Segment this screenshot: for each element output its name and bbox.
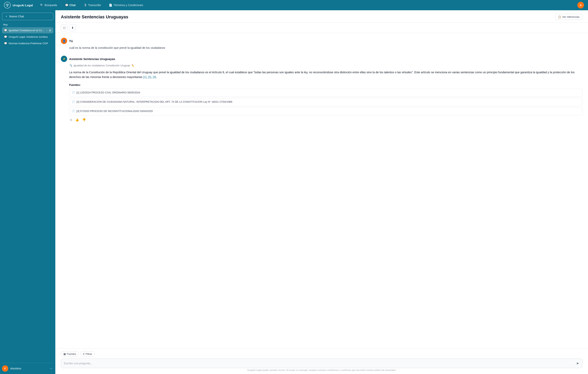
action-bar: ⬡ ⬇ [55,22,588,33]
mic-nav-icon: 🎙️ [84,4,87,7]
input-toolbar: ▦ Fuentes ⧖ Filtrar [61,351,582,357]
nav-chat[interactable]: 💬 Chat [63,3,77,8]
user-message-header: 👤 Tú [61,38,582,44]
doc-nav-icon: 📄 [109,4,112,7]
fuentes-toolbar-label: Fuentes [67,353,76,355]
filtrar-toolbar-button[interactable]: ⧖ Filtrar [80,351,95,357]
page-title: Asistente Sentencias Uruguayas [61,14,128,20]
user-name: Anonimo [10,367,47,370]
thumbs-down-button[interactable]: 👎 [81,117,87,122]
logo[interactable]: UruguAi Legal [4,2,33,9]
nav-transcribir-label: Transcribir [88,4,101,7]
fuentes-label: Fuentes: [69,83,582,87]
plus-icon: ＋ [5,15,8,18]
message-action-bar: ⧉ 👍 👎 [69,117,582,122]
share-button[interactable]: ⬡ [61,24,68,31]
logo-text: UruguAi Legal [13,4,33,7]
chat-icon-2: 💬 [4,35,7,38]
chat-input[interactable] [64,362,574,365]
edit-query-icon[interactable]: ✏️ [131,64,134,68]
source-text-3: [3] 57/2020 PROCESO DE INCONSTITUCIONALI… [76,109,153,113]
thumbs-up-button[interactable]: 👍 [74,117,80,122]
user-avatar-header[interactable]: A [577,2,584,9]
search-query-text: Igualdad de los ciudadanos Constitución … [74,64,130,68]
header: UruguAi Legal 🔍 Búsqueda 💬 Chat 🎙️ Trans… [0,0,588,10]
user-avatar-sidebar: F [2,365,8,372]
trash-icon-1[interactable]: 🗑 [49,29,51,32]
sidebar-item-2-label: UruguAi Legal: Asistencia Jurídica [9,35,51,38]
chat-nav-icon: 💬 [65,4,68,7]
chat-icon-1: 💬 [4,29,7,32]
ellipsis-icon-1[interactable]: ··· [46,29,48,32]
source-item-2[interactable]: 📄 [2] CONSIDERACION DE CIUDADANIA NATURA… [69,98,582,106]
assistant-message-content: 🔍 Igualdad de los ciudadanos Constitució… [61,64,582,122]
source-doc-icon-1: 📄 [72,91,75,95]
nav-terminos-label: Términos y Condiciones [113,4,143,7]
sidebar-item-3-label: Normas Audiencia Preliminar CGP [9,42,51,45]
nav-busqueda[interactable]: 🔍 Búsqueda [39,3,59,8]
ref-link-3[interactable]: [3] [153,75,156,79]
input-area: ▦ Fuentes ⧖ Filtrar ➤ UruguAi Legal pued… [55,349,588,374]
nav-terminos[interactable]: 📄 Términos y Condiciones [107,3,145,8]
download-icon: ⬇ [71,26,74,30]
sidebar-item-1-label: Igualdad Ciudadana en la Co... [9,29,45,32]
assistant-message-avatar: ⚡ [61,56,67,62]
chat-icon-3: 💬 [4,42,7,45]
new-chat-label: Nuevo Chat [9,15,24,18]
source-text-1: [1] 120/2024 PROCESO CIVIL ORDINARIO 08/… [76,91,140,95]
svg-point-1 [7,5,8,7]
search-query-icon: 🔍 [69,64,72,68]
user-avatar-icon: 👤 [63,39,66,42]
source-doc-icon-2: 📄 [72,100,75,104]
main-layout: ＋ Nuevo Chat Hoy 💬 Igualdad Ciudadana en… [0,10,588,374]
svg-point-0 [4,2,10,8]
ref-link-2[interactable]: [2] [148,75,151,79]
search-nav-icon: 🔍 [40,4,43,7]
references-icon: 📋 [558,15,561,18]
sidebar-item-1[interactable]: 💬 Igualdad Ciudadana en la Co... ··· 🗑 [2,27,53,33]
assistant-avatar-icon: ⚡ [63,58,66,60]
assistant-response-text: La norma de la Constitución de la Repúbl… [69,70,582,80]
sidebar-item-3[interactable]: 💬 Normas Audiencia Preliminar CGP [2,40,53,46]
nav-chat-label: Chat [70,4,76,7]
content-area: Asistente Sentencias Uruguayas 📋 Ver ref… [55,10,588,374]
ref-link-1[interactable]: [1] [143,75,147,79]
section-today-label: Hoy [2,23,53,26]
footer-disclaimer: UruguAi Legal puede cometer errores. Al … [61,368,582,373]
filtrar-toolbar-label: Filtrar [85,353,92,355]
source-item-3[interactable]: 📄 [3] 57/2020 PROCESO DE INCONSTITUCIONA… [69,107,582,115]
user-message-text: cuál es la norma de la constitución que … [69,46,582,50]
filter-icon: ⧖ [83,352,84,355]
nav-transcribir[interactable]: 🎙️ Transcribir [82,3,103,8]
copy-button[interactable]: ⧉ [69,117,73,122]
logo-icon [4,2,11,9]
sidebar-item-2[interactable]: 💬 UruguAi Legal: Asistencia Jurídica [2,34,53,40]
send-button[interactable]: ➤ [576,361,579,366]
chat-input-row: ➤ [61,359,582,368]
user-message-author: Tú [69,39,73,43]
assistant-message-header: ⚡ Asistente Sentencias Uruguayas [61,56,582,62]
user-message-avatar: 👤 [61,38,67,44]
fuentes-toolbar-icon: ▦ [63,353,66,355]
nav-busqueda-label: Búsqueda [45,4,57,7]
content-header: Asistente Sentencias Uruguayas 📋 Ver ref… [55,10,588,22]
chat-area: 👤 Tú cuál es la norma de la constitución… [55,33,588,349]
assistant-message-block: ⚡ Asistente Sentencias Uruguayas 🔍 Igual… [61,56,582,122]
fuentes-toolbar-button[interactable]: ▦ Fuentes [61,351,79,357]
ver-referencias-button[interactable]: 📋 Ver referencias [555,14,582,20]
user-menu-button[interactable]: ··· [49,366,53,371]
source-text-2: [2] CONSIDERACION DE CIUDADANIA NATURAL.… [76,100,232,104]
sidebar: ＋ Nuevo Chat Hoy 💬 Igualdad Ciudadana en… [0,10,55,374]
download-button[interactable]: ⬇ [69,24,76,31]
sidebar-item-1-actions: ··· 🗑 [46,29,51,32]
ver-referencias-label: Ver referencias [562,15,579,18]
user-message-content: cuál es la norma de la constitución que … [61,46,582,50]
source-item-1[interactable]: 📄 [1] 120/2024 PROCESO CIVIL ORDINARIO 0… [69,89,582,97]
new-chat-button[interactable]: ＋ Nuevo Chat [2,13,53,20]
assistant-message-author: Asistente Sentencias Uruguayas [69,57,115,61]
share-icon: ⬡ [63,26,66,30]
user-message-block: 👤 Tú cuál es la norma de la constitución… [61,38,582,50]
search-query-line: 🔍 Igualdad de los ciudadanos Constitució… [69,64,582,68]
send-icon: ➤ [576,361,579,365]
main-nav: 🔍 Búsqueda 💬 Chat 🎙️ Transcribir 📄 Térmi… [39,3,572,8]
